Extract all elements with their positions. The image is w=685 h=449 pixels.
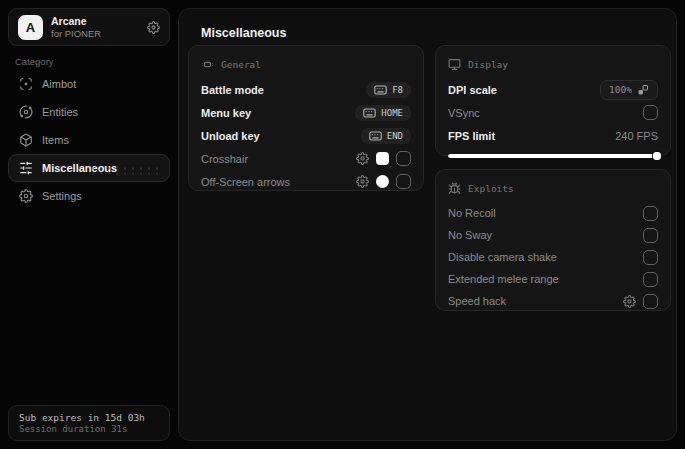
battle-mode-key: F8 (392, 85, 403, 95)
general-panel-header: General (201, 56, 411, 72)
vsync-row: VSync (448, 101, 658, 124)
gear-icon (19, 189, 33, 203)
menu-key-row: Menu key HOME (201, 101, 411, 124)
sidebar-item-entities[interactable]: Entities (8, 98, 170, 126)
offscreen-arrows-checkbox[interactable] (396, 174, 411, 189)
sidebar-nav: Aimbot Entities Items Miscellaneous Sett… (8, 70, 170, 210)
sidebar-item-label: Entities (42, 106, 78, 118)
no-sway-checkbox[interactable] (643, 228, 658, 243)
crosshair-checkbox[interactable] (396, 151, 411, 166)
scaling-icon (637, 84, 649, 96)
crosshair-label: Crosshair (201, 153, 248, 165)
subscription-card: Sub expires in 15d 03h Session duration … (8, 405, 170, 441)
gear-icon[interactable] (623, 295, 636, 308)
slider-fill (448, 154, 657, 158)
extended-melee-range-label: Extended melee range (448, 273, 559, 285)
category-label: Category (15, 56, 54, 67)
vsync-checkbox[interactable] (643, 105, 658, 120)
sliders-icon (19, 161, 33, 175)
app-logo: A (18, 15, 43, 40)
bug-icon (448, 182, 461, 195)
speed-hack-checkbox[interactable] (643, 294, 658, 309)
disable-camera-shake-checkbox[interactable] (643, 250, 658, 265)
general-panel-title: General (221, 59, 261, 70)
crosshair-row: Crosshair (201, 147, 411, 170)
dpi-scale-selector[interactable]: 100% (600, 80, 658, 100)
extended-melee-range-checkbox[interactable] (643, 272, 658, 287)
menu-key-keybind[interactable]: HOME (355, 105, 411, 121)
unload-key-key: END (387, 131, 403, 141)
no-sway-label: No Sway (448, 229, 492, 241)
input-icon (201, 58, 214, 71)
gear-icon[interactable] (147, 21, 160, 34)
disable-camera-shake-row: Disable camera shake (448, 246, 658, 268)
battle-mode-keybind[interactable]: F8 (366, 82, 411, 98)
speed-hack-row: Speed hack (448, 290, 658, 312)
sidebar-item-items[interactable]: Items (8, 126, 170, 154)
exploits-panel-title: Exploits (468, 183, 514, 194)
fps-limit-slider[interactable] (448, 151, 658, 161)
no-recoil-row: No Recoil (448, 202, 658, 224)
app-name: Arcane (51, 15, 139, 28)
crosshair-color-swatch[interactable] (376, 152, 389, 165)
main-content: Miscellaneous General Battle mode F8 Men… (178, 8, 677, 441)
general-panel: General Battle mode F8 Menu key HOME Unl… (188, 45, 424, 191)
sidebar-item-aimbot[interactable]: Aimbot (8, 70, 170, 98)
keyboard-icon (374, 85, 387, 95)
menu-key-key: HOME (381, 108, 403, 118)
fps-limit-value: 240 FPS (615, 130, 658, 142)
no-sway-row: No Sway (448, 224, 658, 246)
sidebar: A Arcane for PIONER Category Aimbot Enti… (0, 0, 178, 449)
dpi-scale-label: DPI scale (448, 84, 497, 96)
gear-icon[interactable] (356, 175, 369, 188)
menu-key-label: Menu key (201, 107, 251, 119)
display-panel: Display DPI scale 100% VSync FPS limit 2… (435, 45, 671, 156)
package-icon (19, 133, 33, 147)
unload-key-label: Unload key (201, 130, 260, 142)
slider-knob[interactable] (653, 152, 661, 160)
brand-card: A Arcane for PIONER (8, 8, 170, 46)
unload-key-keybind[interactable]: END (361, 128, 411, 144)
exploits-panel-header: Exploits (448, 180, 658, 196)
vsync-label: VSync (448, 107, 480, 119)
sidebar-item-miscellaneous[interactable]: Miscellaneous (8, 154, 170, 182)
gear-icon[interactable] (356, 152, 369, 165)
crosshair-icon (19, 77, 33, 91)
dpi-scale-value: 100% (609, 84, 632, 95)
sidebar-item-label: Settings (42, 190, 82, 202)
battle-mode-row: Battle mode F8 (201, 78, 411, 101)
battle-mode-label: Battle mode (201, 84, 264, 96)
disable-camera-shake-label: Disable camera shake (448, 251, 557, 263)
offscreen-arrows-color-swatch[interactable] (376, 175, 389, 188)
exploits-panel: Exploits No Recoil No Sway Disable camer… (435, 169, 671, 311)
unload-key-row: Unload key END (201, 124, 411, 147)
sidebar-item-settings[interactable]: Settings (8, 182, 170, 210)
dpi-scale-row: DPI scale 100% (448, 78, 658, 101)
fps-limit-row: FPS limit 240 FPS (448, 124, 658, 147)
sub-expiry-text: Sub expires in 15d 03h (19, 412, 159, 423)
display-panel-title: Display (468, 59, 508, 70)
offscreen-arrows-label: Off-Screen arrows (201, 176, 290, 188)
monitor-icon (448, 58, 461, 71)
keyboard-icon (369, 131, 382, 141)
sidebar-item-label: Miscellaneous (42, 162, 117, 174)
fps-limit-label: FPS limit (448, 130, 495, 142)
slider-track (448, 154, 658, 158)
offscreen-arrows-row: Off-Screen arrows (201, 170, 411, 193)
page-title: Miscellaneous (201, 26, 286, 40)
no-recoil-checkbox[interactable] (643, 206, 658, 221)
no-recoil-label: No Recoil (448, 207, 496, 219)
keyboard-icon (363, 108, 376, 118)
orbit-icon (19, 105, 33, 119)
sidebar-item-label: Items (42, 134, 69, 146)
app-subtitle: for PIONER (51, 28, 139, 40)
brand-text: Arcane for PIONER (51, 15, 139, 40)
sidebar-item-label: Aimbot (42, 78, 76, 90)
speed-hack-label: Speed hack (448, 295, 506, 307)
extended-melee-range-row: Extended melee range (448, 268, 658, 290)
session-duration-text: Session duration 31s (19, 424, 159, 434)
display-panel-header: Display (448, 56, 658, 72)
